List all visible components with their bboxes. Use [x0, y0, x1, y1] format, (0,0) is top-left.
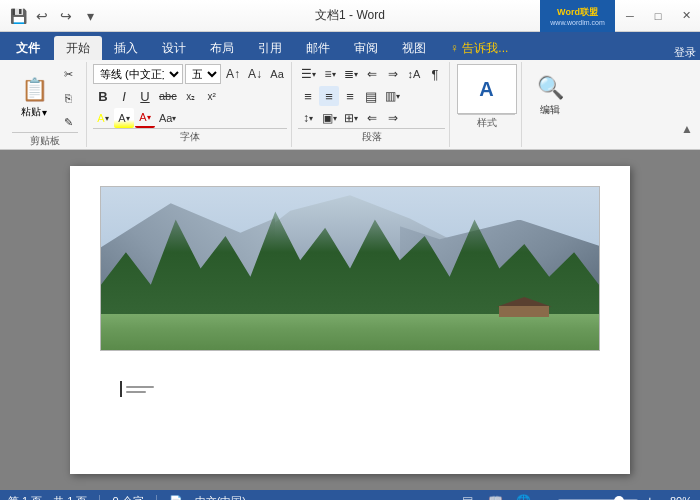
copy-button[interactable]: ⎘	[58, 88, 78, 108]
paste-icon: 📋	[21, 77, 48, 103]
page-info-text: 第 1 页，共 1 页	[8, 494, 87, 501]
cabin-body	[499, 306, 549, 318]
quick-access-dropdown[interactable]: ▾	[80, 6, 100, 26]
ribbon-container: 📋 粘贴 ▾ ✂ ⎘ ✎ 剪贴板 等线 (中文正文) 五号 A↑ A↓	[0, 60, 700, 150]
language-indicator: 中文(中国)	[195, 494, 246, 501]
paste-button[interactable]: 📋 粘贴 ▾	[12, 72, 56, 124]
indent-decrease-button[interactable]: ⇐	[362, 108, 382, 128]
language-text: 中文(中国)	[195, 494, 246, 501]
paragraph-top-row: ☰▾ ≡▾ ≣▾ ⇐ ⇒ ↕A ¶	[298, 64, 445, 84]
edit-label: 编辑	[540, 103, 560, 117]
font-name-selector[interactable]: 等线 (中文正文)	[93, 64, 183, 84]
show-marks-button[interactable]: ¶	[425, 64, 445, 84]
cut-button[interactable]: ✂	[58, 64, 78, 84]
edit-icon: 🔍	[537, 75, 564, 101]
print-layout-button[interactable]: ▤	[458, 493, 478, 500]
document-area	[0, 150, 700, 490]
align-center-button[interactable]: ≡	[319, 86, 339, 106]
increase-font-button[interactable]: A↑	[223, 64, 243, 84]
tab-file[interactable]: 文件	[4, 36, 52, 60]
web-layout-button[interactable]: 🌐	[514, 493, 534, 500]
word-union-logo: Word联盟 www.wordlm.com	[540, 0, 615, 32]
bold-button[interactable]: B	[93, 86, 113, 106]
tab-review[interactable]: 审阅	[342, 36, 390, 60]
read-mode-button[interactable]: 📖	[486, 493, 506, 500]
paragraph-label[interactable]: 段落	[298, 128, 445, 144]
column-button[interactable]: ▥▾	[382, 86, 403, 106]
tab-view[interactable]: 视图	[390, 36, 438, 60]
document-page[interactable]	[70, 166, 630, 474]
subscript-button[interactable]: x₂	[181, 86, 201, 106]
styles-label[interactable]: 样式	[458, 114, 515, 130]
font-highlight-button[interactable]: A▾	[93, 108, 113, 128]
decrease-indent-button[interactable]: ⇐	[362, 64, 382, 84]
zoom-thumb[interactable]	[614, 496, 624, 500]
ribbon-tabs: 文件 开始 插入 设计 布局 引用 邮件 审阅 视图 ♀ 告诉我... 登录	[0, 32, 700, 60]
maximize-button[interactable]: □	[644, 0, 672, 32]
sign-in-label[interactable]: 登录	[674, 45, 696, 60]
line-spacing-button[interactable]: ↕▾	[298, 108, 318, 128]
document-image	[100, 186, 600, 351]
ribbon: 📋 粘贴 ▾ ✂ ⎘ ✎ 剪贴板 等线 (中文正文) 五号 A↑ A↓	[0, 60, 700, 150]
page-info: 第 1 页，共 1 页	[8, 494, 87, 501]
macro-icon: 📄	[169, 495, 183, 501]
sign-in-area: 登录	[674, 45, 700, 60]
font-size-selector[interactable]: 五号	[185, 64, 221, 84]
alignment-row: ≡ ≡ ≡ ▤ ▥▾	[298, 86, 445, 106]
multilevel-list-button[interactable]: ≣▾	[341, 64, 361, 84]
group-edit: 🔍 编辑	[524, 62, 576, 147]
superscript-button[interactable]: x²	[202, 86, 222, 106]
indent-increase-button[interactable]: ⇒	[383, 108, 403, 128]
clipboard-label[interactable]: 剪贴板	[12, 132, 78, 148]
bullets-button[interactable]: ☰▾	[298, 64, 319, 84]
numbering-button[interactable]: ≡▾	[320, 64, 340, 84]
justify-button[interactable]: ▤	[361, 86, 381, 106]
underline-button[interactable]: U	[135, 86, 155, 106]
cursor-area	[100, 381, 600, 397]
tab-insert[interactable]: 插入	[102, 36, 150, 60]
minimize-button[interactable]: ─	[616, 0, 644, 32]
clear-format-button[interactable]: Aa	[267, 64, 287, 84]
tab-home[interactable]: 开始	[54, 36, 102, 60]
format-painter-button[interactable]: ✎	[58, 112, 78, 132]
tab-layout[interactable]: 布局	[198, 36, 246, 60]
tab-help[interactable]: ♀ 告诉我...	[438, 36, 520, 60]
edit-button[interactable]: 🔍 编辑	[524, 64, 576, 128]
change-case-button[interactable]: Aa▾	[156, 108, 179, 128]
increase-indent-button[interactable]: ⇒	[383, 64, 403, 84]
zoom-out-button[interactable]: −	[542, 494, 550, 500]
tab-design[interactable]: 设计	[150, 36, 198, 60]
word-count: 0 个字	[112, 494, 143, 501]
strikethrough-button[interactable]: abc	[156, 86, 180, 106]
zoom-level: 80%	[662, 495, 692, 500]
align-right-button[interactable]: ≡	[340, 86, 360, 106]
align-left-button[interactable]: ≡	[298, 86, 318, 106]
save-icon[interactable]: 💾	[8, 6, 28, 26]
cabin	[499, 298, 549, 318]
decrease-font-button[interactable]: A↓	[245, 64, 265, 84]
quick-access-toolbar: 💾 ↩ ↪ ▾	[0, 6, 100, 26]
sort-button[interactable]: ↕A	[404, 64, 424, 84]
group-styles: A 样式	[452, 62, 522, 147]
borders-button[interactable]: ⊞▾	[341, 108, 361, 128]
status-sep-2	[156, 495, 157, 500]
font-label[interactable]: 字体	[93, 128, 287, 144]
macro-indicator: 📄	[169, 495, 183, 501]
collapse-ribbon-button[interactable]: ▲	[678, 120, 696, 138]
styles-gallery[interactable]: A	[457, 64, 517, 114]
shading-button[interactable]: ▣▾	[319, 108, 340, 128]
redo-icon[interactable]: ↪	[56, 6, 76, 26]
close-button[interactable]: ✕	[672, 0, 700, 32]
font-color-button[interactable]: A▾	[135, 108, 155, 128]
status-sep-1	[99, 495, 100, 500]
tab-references[interactable]: 引用	[246, 36, 294, 60]
text-highlight-button[interactable]: A▾	[114, 108, 134, 128]
font-format-row: B I U abc x₂ x²	[93, 86, 287, 106]
status-bar: 第 1 页，共 1 页 0 个字 📄 中文(中国) ▤ 📖 🌐 − + 80%	[0, 490, 700, 500]
tab-mailings[interactable]: 邮件	[294, 36, 342, 60]
undo-icon[interactable]: ↩	[32, 6, 52, 26]
zoom-in-button[interactable]: +	[646, 494, 654, 500]
italic-button[interactable]: I	[114, 86, 134, 106]
group-clipboard: 📋 粘贴 ▾ ✂ ⎘ ✎ 剪贴板	[4, 62, 87, 147]
paste-dropdown-icon: ▾	[42, 107, 47, 118]
